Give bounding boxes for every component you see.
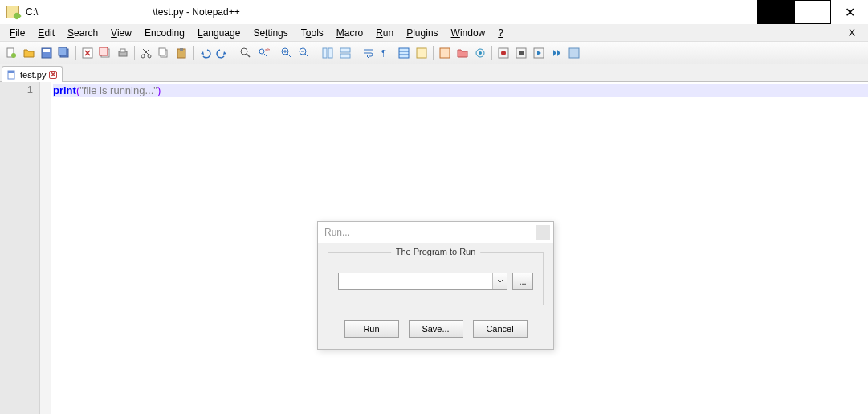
undo-icon[interactable] [197,45,213,61]
svg-rect-16 [180,48,183,51]
window-controls: ✕ [757,0,868,24]
svg-point-17 [241,48,247,55]
close-file-icon[interactable] [79,45,96,61]
close-all-icon[interactable] [97,45,113,61]
svg-rect-39 [8,71,14,73]
app-icon [6,6,19,18]
titlebar: C:\ \test.py - Notepad++ ✕ [0,0,868,24]
folder-icon[interactable] [454,45,471,61]
svg-rect-28 [417,48,426,58]
maximize-button[interactable] [794,0,831,24]
sync-v-icon[interactable] [320,45,336,61]
svg-text:ab: ab [265,47,270,52]
file-icon [7,70,17,80]
zoom-in-icon[interactable] [279,45,295,61]
stop-macro-icon[interactable] [513,45,529,61]
svg-rect-8 [100,47,108,55]
lang-icon[interactable] [414,45,430,61]
run-dialog: Run... The Program to Run ... Run Save..… [317,221,554,350]
menu-tools[interactable]: Tools [295,26,330,40]
svg-rect-37 [569,48,579,58]
find-icon[interactable] [238,45,254,61]
toolbar: ab ¶ [0,42,868,64]
line-gutter: 1 [0,82,40,414]
fieldset-legend: The Program to Run [391,247,481,256]
close-button[interactable]: ✕ [831,0,868,24]
program-fieldset: The Program to Run ... [328,252,544,305]
dialog-titlebar[interactable]: Run... [318,222,553,243]
replace-icon[interactable]: ab [255,45,271,61]
program-combobox[interactable] [338,273,507,290]
cancel-button[interactable]: Cancel [473,320,528,338]
tab-label: test.py [20,70,46,80]
menu-plugins[interactable]: Plugins [400,26,444,40]
new-file-icon[interactable] [3,45,19,61]
menu-help[interactable]: ? [491,26,510,40]
indent-guide-icon[interactable] [396,45,412,61]
line-number: 1 [0,84,33,96]
svg-rect-24 [340,48,350,52]
menu-search[interactable]: Search [61,26,104,40]
svg-rect-35 [519,51,524,55]
play-multi-icon[interactable] [548,45,564,61]
save-all-icon[interactable] [56,45,72,61]
record-macro-icon[interactable] [495,45,511,61]
tab-close-icon[interactable]: ✕ [49,71,57,79]
menu-view[interactable]: View [104,26,138,40]
svg-point-18 [259,49,264,54]
menu-settings[interactable]: Settings [247,26,294,40]
save-icon[interactable] [39,45,55,61]
open-file-icon[interactable] [21,45,37,61]
tab-test-py[interactable]: test.py ✕ [2,66,63,82]
svg-point-31 [479,51,482,55]
cut-icon[interactable] [138,45,154,61]
svg-rect-5 [59,47,67,55]
dropdown-arrow-icon[interactable] [492,273,507,289]
menu-macro[interactable]: Macro [330,26,369,40]
minimize-button[interactable] [757,0,794,24]
redo-icon[interactable] [214,45,230,61]
tabbar: test.py ✕ [0,64,868,82]
dialog-close-button[interactable] [536,225,550,240]
svg-point-1 [11,53,16,58]
menu-window[interactable]: Window [445,26,492,40]
function-list-icon[interactable] [437,45,453,61]
print-icon[interactable] [115,45,131,61]
play-macro-icon[interactable] [531,45,547,61]
svg-rect-22 [323,48,327,58]
copy-icon[interactable] [156,45,172,61]
svg-rect-3 [43,49,50,52]
menubar: File Edit Search View Encoding Language … [0,24,868,42]
paste-icon[interactable] [173,45,189,61]
menu-overflow[interactable]: X [842,26,862,40]
svg-rect-14 [159,48,165,55]
fold-margin [40,82,51,414]
menu-run[interactable]: Run [369,26,400,40]
svg-rect-10 [120,49,125,52]
menu-file[interactable]: File [3,26,31,40]
svg-text:¶: ¶ [381,48,386,58]
sync-h-icon[interactable] [337,45,353,61]
program-input[interactable] [339,273,492,289]
code-line-1: print("file is running...") [53,84,868,97]
menu-language[interactable]: Language [191,26,247,40]
menu-encoding[interactable]: Encoding [138,26,191,40]
monitor-icon[interactable] [472,45,488,61]
save-macro-icon[interactable] [566,45,582,61]
svg-rect-29 [440,48,450,58]
svg-point-33 [501,51,506,55]
svg-rect-27 [399,48,409,58]
title-path: C:\ [26,6,38,18]
run-button[interactable]: Run [344,320,399,338]
title-file: \test.py - Notepad++ [153,6,240,18]
wrap-icon[interactable] [361,45,377,61]
show-all-chars-icon[interactable]: ¶ [378,45,394,61]
svg-rect-23 [328,48,332,58]
menu-edit[interactable]: Edit [31,26,61,40]
dialog-title: Run... [324,227,350,238]
save-button[interactable]: Save... [409,320,463,338]
svg-rect-25 [340,54,350,58]
browse-button[interactable]: ... [512,273,533,290]
zoom-out-icon[interactable] [296,45,312,61]
